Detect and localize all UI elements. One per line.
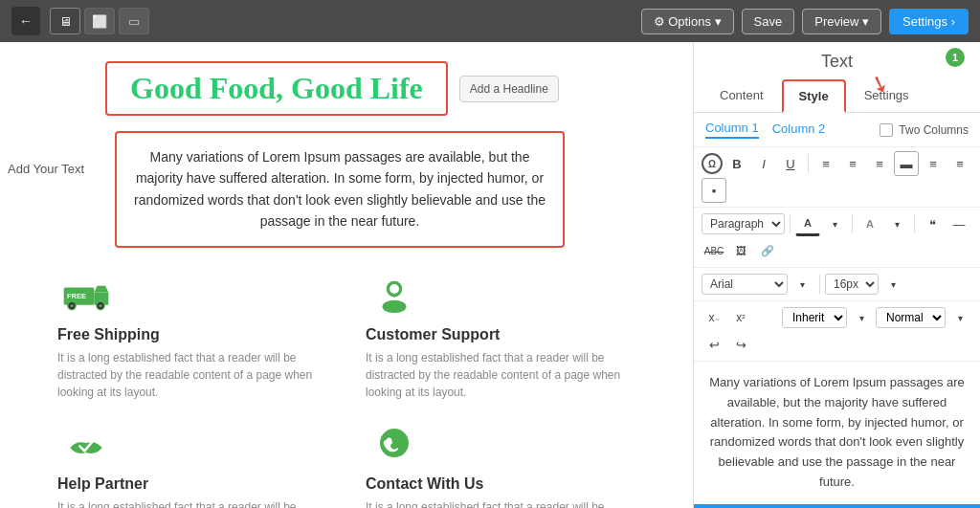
list-item: FREE Free Shipping It is a long establis… <box>57 271 346 401</box>
preview-text: Many variations of Lorem Ipsum passages … <box>694 362 980 504</box>
paragraph-select[interactable]: Paragraph <box>702 213 785 234</box>
right-panel: Text 1 ➘ Content Style Settings Column 1… <box>693 42 980 508</box>
undo-button[interactable]: ↩ <box>702 332 726 357</box>
align-justify-button[interactable]: ≡ <box>947 151 972 176</box>
list-unordered-button[interactable]: ≡ <box>813 151 838 176</box>
feature-desc: It is a long established fact that a rea… <box>57 349 346 401</box>
dropdown-arrow[interactable]: ▾ <box>822 211 847 236</box>
feature-title: Customer Support <box>366 326 500 343</box>
contact-icon <box>366 420 423 468</box>
text-format-circle[interactable]: Ω <box>702 153 723 174</box>
features-grid: FREE Free Shipping It is a long establis… <box>57 271 655 508</box>
add-headline-button[interactable]: Add a Headline <box>459 76 559 102</box>
canvas-area: Add Your Text Good Food, Good Life Add a… <box>0 42 693 508</box>
customer-support-icon <box>366 271 423 319</box>
image-button[interactable]: 🖼 <box>728 238 753 263</box>
preview-button[interactable]: Preview ▾ <box>802 9 881 34</box>
redo-button[interactable]: ↪ <box>728 332 753 357</box>
toolbar-row-1: Ω B I U ≡ ≡ ≡ ▬ ≡ ≡ ▪ <box>694 147 980 208</box>
list-ordered-button[interactable]: ≡ <box>840 151 865 176</box>
tablet-icon[interactable]: ⬜ <box>84 8 115 34</box>
svg-point-5 <box>70 304 73 307</box>
bg-color-arrow[interactable]: ▾ <box>884 211 909 236</box>
normal-select[interactable]: Normal <box>876 307 946 328</box>
abc-button[interactable]: ABC <box>702 238 726 263</box>
link-button[interactable]: 🔗 <box>755 238 780 263</box>
body-text-box[interactable]: Many variations of Lorem Ipsum passages … <box>115 131 565 248</box>
headline-text: Good Food, Good Life <box>130 71 423 105</box>
feature-title: Contact With Us <box>366 475 483 493</box>
more-button[interactable]: ▪ <box>702 178 726 203</box>
body-text-content: Many variations of Lorem Ipsum passages … <box>134 146 546 232</box>
toolbar-row-2: Paragraph A ▾ A ▾ ❝ — ABC 🖼 🔗 <box>694 208 980 268</box>
free-shipping-icon: FREE <box>57 271 115 319</box>
feature-desc: It is a long established fact that a rea… <box>366 349 655 401</box>
toolbar-row-4: x₋ x² Inherit ▾ Normal ▾ ↩ ↪ <box>694 301 980 362</box>
underline-button[interactable]: U <box>778 151 803 176</box>
bold-button[interactable]: B <box>724 151 749 176</box>
bg-color-button[interactable]: A <box>858 211 882 236</box>
save-button[interactable]: Save <box>742 9 795 34</box>
quote-button[interactable]: ❝ <box>920 211 945 236</box>
panel-header: Text 1 ➘ <box>694 42 980 79</box>
list-item: Help Partner It is a long established fa… <box>57 420 346 508</box>
size-arrow[interactable]: ▾ <box>880 272 905 297</box>
top-bar: ← 🖥 ⬜ ▭ ⚙ Options ▾ Save Preview ▾ Setti… <box>0 0 980 42</box>
panel-tabs: Content Style Settings <box>694 79 980 113</box>
dash-button[interactable]: — <box>947 211 971 236</box>
svg-marker-3 <box>94 286 108 293</box>
font-arrow[interactable]: ▾ <box>790 272 814 297</box>
size-select[interactable]: 16px <box>825 274 879 295</box>
font-select[interactable]: Arial <box>702 274 788 295</box>
tab-style[interactable]: Style <box>782 79 846 113</box>
two-columns-checkbox[interactable] <box>880 123 893 137</box>
mobile-icon[interactable]: ▭ <box>119 8 149 34</box>
options-button[interactable]: ⚙ Options ▾ <box>641 9 734 34</box>
back-button[interactable]: ← <box>11 7 40 35</box>
settings-button[interactable]: Settings › <box>889 9 969 34</box>
superscript-button[interactable]: x² <box>728 305 753 330</box>
toolbar-row-3: Arial ▾ 16px ▾ <box>694 268 980 301</box>
align-left-button[interactable]: ≡ <box>867 151 892 176</box>
panel-title: Text <box>709 52 965 72</box>
list-item: Customer Support It is a long establishe… <box>366 271 655 401</box>
column-tabs: Column 1 Column 2 Two Columns <box>694 113 980 147</box>
feature-title: Free Shipping <box>57 326 160 343</box>
svg-point-7 <box>99 304 101 307</box>
feature-desc: It is a long established fact that a rea… <box>366 498 655 508</box>
inherit-arrow[interactable]: ▾ <box>849 305 874 330</box>
inherit-select[interactable]: Inherit <box>782 307 847 328</box>
text-color-button[interactable]: A <box>795 211 820 236</box>
top-bar-right: ⚙ Options ▾ Save Preview ▾ Settings › <box>641 9 969 34</box>
normal-arrow[interactable]: ▾ <box>947 305 972 330</box>
align-center-button[interactable]: ▬ <box>894 151 919 176</box>
help-partner-icon <box>57 420 115 468</box>
feature-title: Help Partner <box>57 475 148 493</box>
save-close-button[interactable]: Save and Close <box>694 504 980 508</box>
svg-text:FREE: FREE <box>67 292 86 300</box>
column-1-tab[interactable]: Column 1 <box>705 121 759 139</box>
main-layout: Add Your Text Good Food, Good Life Add a… <box>0 42 980 508</box>
desktop-icon[interactable]: 🖥 <box>50 8 80 34</box>
body-text-section: Many variations of Lorem Ipsum passages … <box>29 131 664 248</box>
svg-point-10 <box>390 284 399 294</box>
device-icons: 🖥 ⬜ ▭ <box>50 8 149 34</box>
list-item: Contact With Us It is a long established… <box>366 420 655 508</box>
tab-content[interactable]: Content <box>703 79 780 112</box>
subscript-button[interactable]: x₋ <box>702 305 726 330</box>
align-right-button[interactable]: ≡ <box>921 151 946 176</box>
add-your-text-label[interactable]: Add Your Text <box>8 162 84 176</box>
svg-point-9 <box>383 300 407 313</box>
headline-box[interactable]: Good Food, Good Life <box>105 61 448 116</box>
italic-button[interactable]: I <box>751 151 776 176</box>
top-bar-left: ← 🖥 ⬜ ▭ <box>11 7 149 35</box>
two-columns-label: Two Columns <box>880 123 969 137</box>
column-2-tab[interactable]: Column 2 <box>772 121 826 138</box>
panel-badge: 1 <box>946 48 965 67</box>
feature-desc: It is a long established fact that a rea… <box>57 498 346 508</box>
headline-wrapper: Good Food, Good Life Add a Headline <box>105 61 664 116</box>
